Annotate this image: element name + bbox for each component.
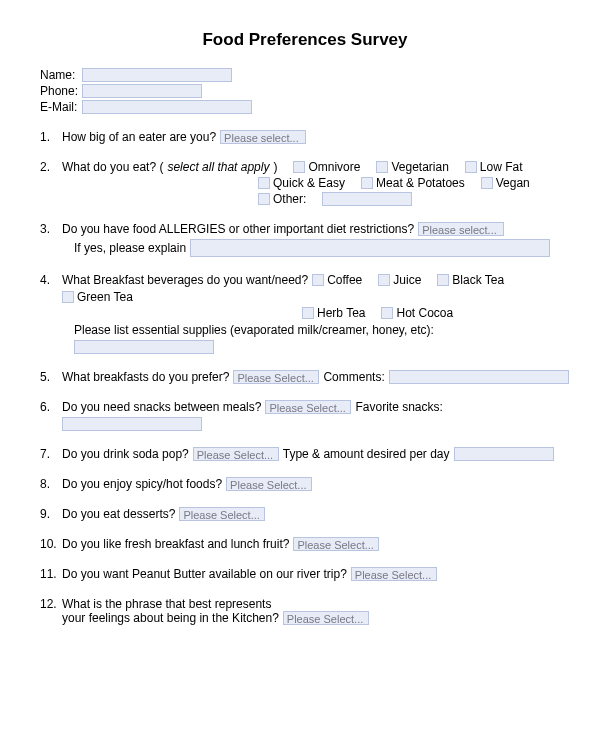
q9-text: Do you eat desserts? xyxy=(62,507,175,521)
q3-sub: If yes, please explain xyxy=(74,241,186,255)
question-7: 7. Do you drink soda pop? Please Select.… xyxy=(40,447,570,461)
check-lowfat[interactable] xyxy=(465,161,477,173)
q11-select[interactable]: Please Select... xyxy=(351,567,437,581)
q3-text: Do you have food ALLERGIES or other impo… xyxy=(62,222,414,236)
check-blacktea[interactable] xyxy=(437,274,449,286)
q1-num: 1. xyxy=(40,130,62,144)
q5-comments-input[interactable] xyxy=(389,370,569,384)
label-coffee: Coffee xyxy=(327,273,362,287)
check-vegetarian[interactable] xyxy=(376,161,388,173)
q3-select[interactable]: Please select... xyxy=(418,222,504,236)
q8-num: 8. xyxy=(40,477,62,491)
q11-text: Do you want Peanut Butter available on o… xyxy=(62,567,347,581)
question-12: 12. What is the phrase that best represe… xyxy=(40,597,570,625)
q6-sub: Favorite snacks: xyxy=(355,400,442,414)
check-coffee[interactable] xyxy=(312,274,324,286)
q12-text-a: What is the phrase that best represents xyxy=(62,597,570,611)
check-herbtea[interactable] xyxy=(302,307,314,319)
label-greentea: Green Tea xyxy=(77,290,133,304)
question-3: 3. Do you have food ALLERGIES or other i… xyxy=(40,222,570,257)
question-10: 10. Do you like fresh breakfast and lunc… xyxy=(40,537,570,551)
q6-num: 6. xyxy=(40,400,62,414)
q8-text: Do you enjoy spicy/hot foods? xyxy=(62,477,222,491)
q6-snacks-input[interactable] xyxy=(62,417,202,431)
q8-select[interactable]: Please Select... xyxy=(226,477,312,491)
q4-supplies-input[interactable] xyxy=(74,340,214,354)
page-title: Food Preferences Survey xyxy=(40,30,570,50)
q2-text-a: What do you eat? ( xyxy=(62,160,163,174)
label-blacktea: Black Tea xyxy=(452,273,504,287)
q6-text: Do you need snacks between meals? xyxy=(62,400,261,414)
question-5: 5. What breakfasts do you prefer? Please… xyxy=(40,370,570,384)
q10-select[interactable]: Please Select... xyxy=(293,537,379,551)
q10-text: Do you like fresh breakfast and lunch fr… xyxy=(62,537,289,551)
check-meat[interactable] xyxy=(361,177,373,189)
q2-text-c: ) xyxy=(273,160,277,174)
contact-name-row: Name: xyxy=(40,68,570,82)
check-cocoa[interactable] xyxy=(381,307,393,319)
q12-text-b: your feelings about being in the Kitchen… xyxy=(62,611,279,625)
q3-num: 3. xyxy=(40,222,62,236)
check-juice[interactable] xyxy=(378,274,390,286)
q10-num: 10. xyxy=(40,537,62,551)
q5-num: 5. xyxy=(40,370,62,384)
question-9: 9. Do you eat desserts? Please Select... xyxy=(40,507,570,521)
q4-text: What Breakfast beverages do you want/nee… xyxy=(62,273,308,287)
q4-num: 4. xyxy=(40,273,62,287)
label-vegan: Vegan xyxy=(496,176,530,190)
email-label: E-Mail: xyxy=(40,100,82,114)
q2-other-input[interactable] xyxy=(322,192,412,206)
question-1: 1. How big of an eater are you? Please s… xyxy=(40,130,570,144)
email-input[interactable] xyxy=(82,100,252,114)
label-other: Other: xyxy=(273,192,306,206)
check-quick[interactable] xyxy=(258,177,270,189)
q4-sub: Please list essential supplies (evaporat… xyxy=(74,323,434,337)
q7-soda-input[interactable] xyxy=(454,447,554,461)
phone-label: Phone: xyxy=(40,84,82,98)
contact-email-row: E-Mail: xyxy=(40,100,570,114)
check-vegan[interactable] xyxy=(481,177,493,189)
q12-select[interactable]: Please Select... xyxy=(283,611,369,625)
q9-num: 9. xyxy=(40,507,62,521)
phone-input[interactable] xyxy=(82,84,202,98)
q1-select[interactable]: Please select... xyxy=(220,130,306,144)
q5-text: What breakfasts do you prefer? xyxy=(62,370,229,384)
q11-num: 11. xyxy=(40,567,62,581)
q7-select[interactable]: Please Select... xyxy=(193,447,279,461)
label-herbtea: Herb Tea xyxy=(317,306,365,320)
check-other[interactable] xyxy=(258,193,270,205)
label-juice: Juice xyxy=(393,273,421,287)
check-greentea[interactable] xyxy=(62,291,74,303)
label-vegetarian: Vegetarian xyxy=(391,160,448,174)
question-11: 11. Do you want Peanut Butter available … xyxy=(40,567,570,581)
name-input[interactable] xyxy=(82,68,232,82)
q5-sub: Comments: xyxy=(323,370,384,384)
label-cocoa: Hot Cocoa xyxy=(396,306,453,320)
q6-select[interactable]: Please Select... xyxy=(265,400,351,414)
q7-text: Do you drink soda pop? xyxy=(62,447,189,461)
q9-select[interactable]: Please Select... xyxy=(179,507,265,521)
survey-page: Food Preferences Survey Name: Phone: E-M… xyxy=(0,0,600,730)
question-6: 6. Do you need snacks between meals? Ple… xyxy=(40,400,570,431)
name-label: Name: xyxy=(40,68,82,82)
q5-select[interactable]: Please Select... xyxy=(233,370,319,384)
label-quick: Quick & Easy xyxy=(273,176,345,190)
q2-num: 2. xyxy=(40,160,62,174)
question-8: 8. Do you enjoy spicy/hot foods? Please … xyxy=(40,477,570,491)
q3-explain-input[interactable] xyxy=(190,239,550,257)
question-2: 2. What do you eat? (select all that app… xyxy=(40,160,570,206)
q7-sub: Type & amount desired per day xyxy=(283,447,450,461)
q12-num: 12. xyxy=(40,597,62,611)
check-omnivore[interactable] xyxy=(293,161,305,173)
contact-phone-row: Phone: xyxy=(40,84,570,98)
label-lowfat: Low Fat xyxy=(480,160,523,174)
label-meat: Meat & Potatoes xyxy=(376,176,465,190)
q2-text-b: select all that apply xyxy=(167,160,269,174)
q7-num: 7. xyxy=(40,447,62,461)
question-4: 4. What Breakfast beverages do you want/… xyxy=(40,273,570,354)
label-omnivore: Omnivore xyxy=(308,160,360,174)
q1-text: How big of an eater are you? xyxy=(62,130,216,144)
